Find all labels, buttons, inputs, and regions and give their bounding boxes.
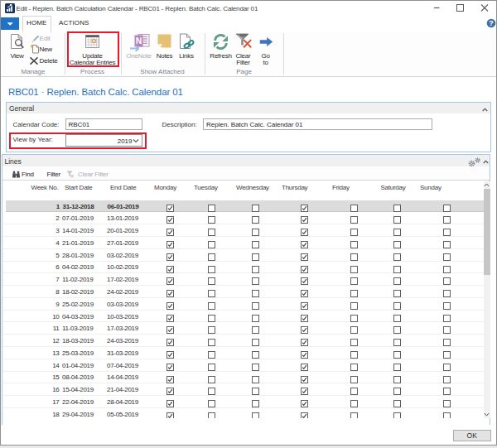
svg-text:?: ? — [489, 18, 494, 27]
svg-text:N: N — [136, 36, 142, 46]
